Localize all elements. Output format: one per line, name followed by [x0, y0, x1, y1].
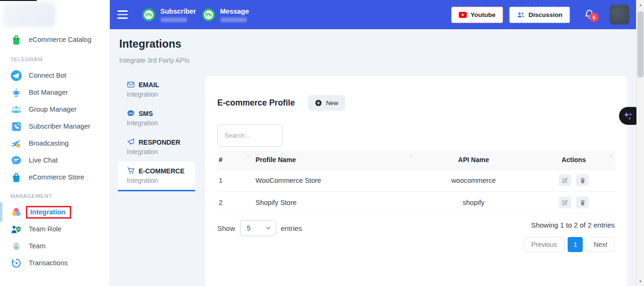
profile-name-cell: WooCommerce Store: [253, 169, 415, 191]
subnav-ecommerce-integration[interactable]: E-COMMERCE Integration: [118, 162, 195, 191]
column-header-api-name: API Name: [415, 150, 532, 169]
ai-assistant-fab[interactable]: [619, 107, 636, 125]
sidebar-item-live-chat[interactable]: Live Chat: [0, 152, 109, 169]
subnav-item-name: SMS: [139, 110, 153, 117]
topbar: 0% Subscriber 0% Message Youtube Discuss…: [110, 0, 636, 29]
sidebar-item-transactions[interactable]: Transactions: [0, 254, 109, 271]
delete-button[interactable]: [576, 196, 589, 208]
sidebar-item-broadcasting[interactable]: 1 Broadcasting: [0, 135, 109, 152]
edit-button[interactable]: [559, 196, 571, 208]
pagination: Previous 1 Next: [524, 237, 615, 252]
gear-person-icon: [10, 240, 22, 252]
subnav-sms-integration[interactable]: SMS SMS Integration: [118, 104, 195, 132]
api-name-cell: woocommerce: [415, 169, 532, 191]
new-profile-button[interactable]: New: [308, 95, 345, 111]
sidebar-section-telegram: TELEGRAM: [0, 49, 109, 67]
edit-pencil-icon: [561, 199, 568, 206]
subscriber-progress-ring: 0%: [142, 8, 155, 21]
sidebar-item-label: Transactions: [29, 259, 67, 267]
discussion-button-label: Discussion: [528, 11, 562, 18]
subnav-item-name: E-COMMERCE: [139, 167, 184, 175]
delete-button[interactable]: [576, 174, 589, 186]
sidebar-item-label: Subscriber Manager: [29, 123, 91, 130]
discussion-button[interactable]: Discussion: [509, 7, 570, 23]
notifications-button[interactable]: 6: [584, 8, 595, 21]
scrollbar[interactable]: ▲ ▼: [636, 0, 644, 286]
panel-heading: E-commerce Profile: [217, 98, 295, 108]
blue-shopping-bag-icon: [10, 172, 22, 183]
sidebar-item-label: Team: [29, 242, 45, 250]
current-page-button[interactable]: 1: [568, 237, 583, 252]
youtube-button[interactable]: Youtube: [451, 7, 503, 23]
next-page-button[interactable]: Next: [586, 237, 615, 252]
sidebar-item-bot-manager[interactable]: Bot Manager: [0, 84, 109, 101]
page-title: Integrations: [119, 38, 182, 50]
top-edge-line: [0, 0, 37, 1]
green-shopping-bag-icon: [10, 34, 22, 46]
sidebar-item-label: Team Role: [29, 225, 61, 233]
sidebar-item-team[interactable]: Team: [0, 237, 109, 254]
table-row: 2 Shopify Store shopify: [217, 191, 616, 213]
message-progress-ring: 0%: [202, 8, 215, 21]
svg-text:SMS: SMS: [129, 112, 133, 114]
sort-icon[interactable]: ↑↓: [247, 153, 249, 158]
subnav-item-name: RESPONDER: [139, 139, 181, 146]
profiles-table: # ↑↓ Profile Name ↑↓ API Name Actions: [217, 150, 616, 214]
trash-icon: [579, 177, 586, 184]
api-name-cell: shopify: [415, 191, 532, 213]
subnav-responder-integration[interactable]: RESPONDER Integration: [118, 133, 195, 161]
sidebar-section-management: MANAGEMENT: [0, 186, 109, 204]
sidebar-item-label: Bot Manager: [29, 89, 68, 96]
sidebar-item-ecommerce-store[interactable]: eCommerce Store: [0, 169, 109, 186]
discussion-people-icon: [517, 11, 525, 18]
subscriber-stat: 0% Subscriber: [142, 8, 196, 22]
message-stat-label: Message: [220, 8, 249, 15]
sidebar-item-label: Live Chat: [29, 156, 58, 164]
integration-subnav: EMAIL Integration SMS SMS Integration RE…: [118, 75, 195, 192]
sparkles-icon: [622, 110, 634, 122]
sort-icon[interactable]: ↑↓: [610, 153, 612, 158]
page-size-value: 5: [247, 224, 251, 232]
page-size-select[interactable]: 5: [240, 220, 276, 236]
sidebar-item-ecommerce-catalog[interactable]: eCommerce Catalog: [0, 31, 109, 48]
person-shield-icon: [10, 223, 22, 235]
row-number: 1: [217, 169, 253, 191]
sidebar-item-label: Broadcasting: [29, 139, 69, 147]
sidebar-item-integration[interactable]: Integration: [0, 204, 109, 221]
app-logo-blurred: [3, 2, 56, 27]
contact-book-phone-icon: [10, 121, 22, 132]
subnav-item-sub: Integration: [127, 177, 190, 184]
show-label: Show: [217, 224, 235, 232]
scroll-down-button[interactable]: ▼: [636, 278, 644, 285]
edit-pencil-icon: [561, 177, 568, 184]
paper-plane-icon: [127, 138, 135, 146]
sidebar-item-label: Connect Bot: [29, 72, 66, 79]
robot-icon: [10, 87, 22, 98]
user-avatar[interactable]: [610, 5, 629, 25]
subnav-item-sub: Integration: [127, 148, 190, 155]
sidebar-item-label: eCommerce Store: [29, 173, 84, 181]
edit-button[interactable]: [559, 174, 571, 186]
sidebar-item-subscriber-manager[interactable]: Subscriber Manager: [0, 118, 109, 135]
chevron-down-icon: [265, 225, 271, 231]
notification-count-badge: 6: [589, 13, 599, 22]
scrollbar-thumb[interactable]: [637, 11, 644, 77]
email-icon: [127, 81, 135, 89]
column-header-num: # ↑↓: [217, 150, 253, 169]
plus-circle-icon: [315, 99, 322, 106]
youtube-icon: [459, 12, 467, 18]
hamburger-menu-icon[interactable]: [117, 10, 128, 18]
previous-page-button[interactable]: Previous: [524, 237, 564, 252]
sidebar-item-team-role[interactable]: Team Role: [0, 221, 109, 237]
trash-icon: [579, 199, 586, 206]
message-stat-value-blurred: [220, 17, 247, 22]
sort-icon[interactable]: ↑↓: [409, 153, 412, 158]
search-input[interactable]: [217, 124, 283, 147]
subnav-email-integration[interactable]: EMAIL Integration: [118, 75, 195, 104]
scroll-up-button[interactable]: ▲: [636, 1, 644, 8]
row-number: 2: [217, 191, 253, 213]
history-clock-icon: [10, 257, 22, 269]
sidebar-item-group-manager[interactable]: Group Manager: [0, 101, 109, 118]
sidebar-item-connect-bot[interactable]: Connect Bot: [0, 67, 109, 84]
main-content: Integrations Integrate 3rd Party APIs EM…: [110, 29, 636, 286]
